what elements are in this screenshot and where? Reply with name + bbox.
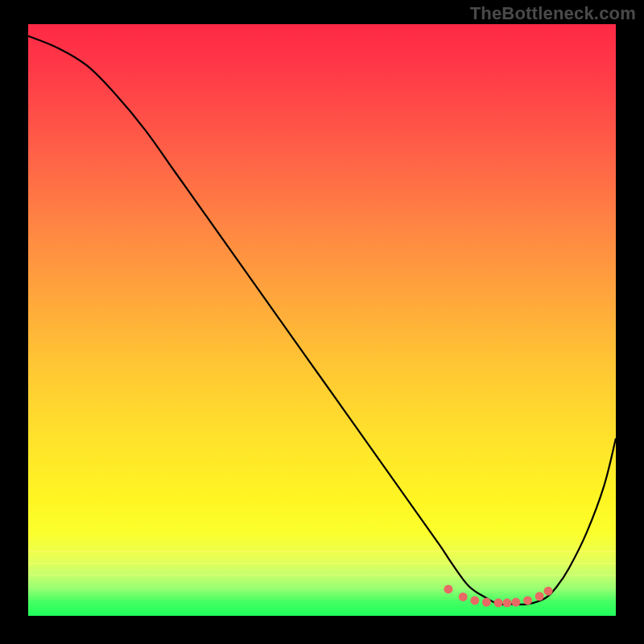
- marker-dot: [523, 596, 532, 605]
- marker-dot: [544, 587, 553, 596]
- flat-bottom-dots: [444, 584, 552, 607]
- marker-dot: [459, 592, 468, 601]
- watermark-text: TheBottleneck.com: [470, 3, 636, 24]
- marker-dot: [470, 596, 479, 605]
- marker-dot: [494, 598, 503, 607]
- marker-dot: [482, 598, 491, 607]
- chart-frame: TheBottleneck.com: [0, 0, 644, 644]
- marker-dot: [502, 598, 511, 607]
- plot-area: [28, 24, 616, 616]
- marker-dot: [444, 584, 452, 593]
- dots-layer: [28, 24, 616, 616]
- marker-dot: [511, 598, 520, 607]
- marker-dot: [535, 592, 544, 601]
